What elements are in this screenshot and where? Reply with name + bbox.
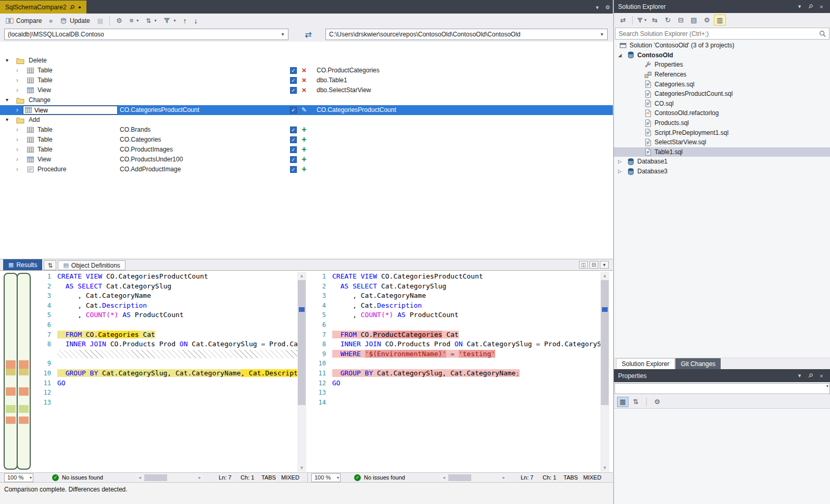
expand-arrow-icon[interactable]: ▷: [618, 169, 624, 174]
include-checkbox[interactable]: ✓: [290, 146, 297, 153]
expand-arrow-icon[interactable]: ›: [16, 146, 18, 153]
tree-item-products-sql[interactable]: Products.sql: [614, 118, 830, 128]
diff-overview-map[interactable]: [4, 273, 31, 470]
tree-item-categories-sql[interactable]: Categories.sql: [614, 79, 830, 89]
tree-item-script-predeployment1-sql[interactable]: Script.PreDeployment1.sql: [614, 128, 830, 137]
target-code[interactable]: 1CREATE VIEW CO.CategoriesProductCount2 …: [308, 272, 600, 472]
split-vertical-icon[interactable]: ◫: [579, 261, 588, 269]
collapse-arrow-icon[interactable]: ▾: [6, 117, 8, 122]
tool-window-tab-git-changes[interactable]: Git Changes: [675, 358, 721, 369]
zoom-combobox[interactable]: 100 %▾: [4, 473, 33, 482]
target-connection-combobox[interactable]: C:\Users\drskwier\source\repos\ContosoOl…: [325, 29, 608, 40]
expand-arrow-icon[interactable]: ›: [16, 166, 18, 173]
scroll-up-icon[interactable]: ▲: [600, 272, 609, 280]
pin-icon[interactable]: ⚲: [804, 370, 816, 382]
chevron-down-icon[interactable]: ▾: [592, 4, 602, 11]
sort-results-button[interactable]: ⇅▾: [142, 15, 160, 27]
tree-item-table1-sql[interactable]: Table1.sql: [614, 147, 830, 157]
sync-with-active-document-icon[interactable]: ⇄: [617, 15, 629, 26]
group-results-button[interactable]: ≡▾: [126, 15, 143, 27]
vertical-scrollbar[interactable]: ▲ ▼: [297, 272, 306, 472]
pin-icon[interactable]: ⚲: [804, 1, 816, 12]
definition-sort-button[interactable]: ⇅: [44, 260, 56, 270]
search-box[interactable]: [615, 28, 829, 40]
gear-icon[interactable]: ⚙: [602, 4, 613, 11]
preview-selected-items-icon[interactable]: ▥: [714, 15, 726, 26]
grid-row-view-co-productsunder100[interactable]: ›ViewCO.ProductsUnder100✓+: [0, 155, 613, 165]
tree-item-references[interactable]: References: [614, 70, 830, 80]
tree-item-selectstarview-sql[interactable]: SelectStarView.sql: [614, 137, 830, 147]
refresh-icon[interactable]: ↻: [662, 15, 674, 26]
properties-icon[interactable]: ⚙: [701, 15, 713, 26]
collapse-arrow-icon[interactable]: ◢: [618, 53, 624, 58]
chevron-down-icon[interactable]: ▾: [795, 372, 804, 379]
scroll-right-icon[interactable]: ▸: [196, 474, 203, 482]
scroll-left-icon[interactable]: ◂: [441, 474, 447, 482]
expand-arrow-icon[interactable]: ›: [16, 136, 18, 143]
include-checkbox[interactable]: ✓: [290, 156, 297, 163]
generate-script-button[interactable]: ▤: [94, 15, 107, 27]
focused-type-cell[interactable]: View: [23, 106, 118, 115]
stop-button[interactable]: ■: [45, 15, 56, 27]
include-checkbox[interactable]: ✓: [290, 166, 297, 173]
properties-object-combobox[interactable]: ▾: [614, 383, 830, 394]
include-checkbox[interactable]: ✓: [290, 107, 297, 114]
tree-item-properties[interactable]: Properties: [614, 60, 830, 70]
tree-item-database1[interactable]: ▷Database1: [614, 157, 830, 167]
pending-filter-icon[interactable]: ▾: [636, 15, 648, 26]
update-button[interactable]: Update: [56, 15, 94, 27]
include-checkbox[interactable]: ✓: [290, 67, 297, 74]
chevron-down-icon[interactable]: ▾: [598, 29, 606, 40]
source-code-pane[interactable]: 1CREATE VIEW CO.CategoriesProductCount2 …: [33, 272, 306, 472]
expand-arrow-icon[interactable]: ›: [16, 67, 18, 74]
include-checkbox[interactable]: ✓: [290, 87, 297, 94]
grid-group-row[interactable]: ▾Delete: [0, 56, 613, 66]
compare-button[interactable]: Compare: [2, 15, 45, 27]
chevron-down-icon[interactable]: ▾: [795, 3, 804, 10]
split-horizontal-icon[interactable]: ⊟: [589, 261, 598, 269]
show-all-files-icon[interactable]: ▤: [688, 15, 700, 26]
tree-item-database3[interactable]: ▷Database3: [614, 167, 830, 177]
grid-row-procedure-co-addproductimage[interactable]: ›ProcedureCO.AddProductImage✓+: [0, 165, 613, 174]
scroll-right-icon[interactable]: ▸: [500, 474, 507, 482]
grid-group-row[interactable]: ▾Add: [0, 115, 613, 125]
expand-arrow-icon[interactable]: ›: [16, 106, 18, 114]
switch-source-target-button[interactable]: ⇄: [295, 29, 322, 40]
source-connection-combobox[interactable]: (localdb)\MSSQLLocalDB.Contoso ▾: [4, 29, 288, 40]
next-difference-button[interactable]: ↓: [190, 15, 201, 27]
include-checkbox[interactable]: ✓: [290, 77, 297, 84]
switch-views-icon[interactable]: ⇆: [649, 15, 661, 26]
solution-explorer-title-bar[interactable]: Solution Explorer ▾ ⚲ ×: [614, 0, 830, 13]
tree-item-contosoold-refactorlog[interactable]: ContosoOld.refactorlog: [614, 108, 830, 118]
include-checkbox[interactable]: ✓: [290, 136, 297, 143]
expand-arrow-icon[interactable]: ›: [16, 77, 18, 84]
collapse-arrow-icon[interactable]: ▾: [6, 57, 8, 63]
options-button[interactable]: ⚙: [112, 15, 126, 27]
expand-arrow-icon[interactable]: ›: [16, 86, 18, 94]
collapse-all-icon[interactable]: ⊟: [675, 15, 687, 26]
chevron-down-icon[interactable]: ▾: [279, 29, 287, 40]
search-input[interactable]: [615, 28, 814, 39]
grid-row-view-dbo-selectstarview[interactable]: ›View✓×dbo.SelectStarView: [0, 85, 613, 95]
close-icon[interactable]: ×: [816, 373, 826, 379]
collapse-pane-icon[interactable]: ▾: [600, 261, 609, 269]
horizontal-scrollbar[interactable]: ◂▸: [136, 474, 203, 482]
expand-arrow-icon[interactable]: ›: [16, 126, 18, 133]
tree-item-categoriesproductcount-sql[interactable]: CategoriesProductCount.sql: [614, 89, 830, 99]
tab-results[interactable]: ▦ Results: [3, 259, 42, 270]
grid-row-table-co-productcategories[interactable]: ›Table✓×CO.ProductCategories: [0, 66, 613, 75]
scrollbar-thumb[interactable]: [448, 474, 471, 481]
tab-object-definitions[interactable]: ▤ Object Definitions: [58, 260, 125, 270]
categorized-icon[interactable]: ▦: [617, 397, 628, 407]
expand-arrow-icon[interactable]: ›: [16, 156, 18, 163]
filter-results-button[interactable]: ▾: [160, 15, 179, 27]
grid-group-row[interactable]: ▾Change: [0, 95, 613, 105]
scroll-up-icon[interactable]: ▲: [297, 272, 306, 280]
properties-title-bar[interactable]: Properties ▾ ⚲ ×: [614, 369, 830, 382]
scrollbar-thumb[interactable]: [601, 280, 609, 405]
scrollbar-thumb[interactable]: [144, 474, 167, 481]
pin-icon[interactable]: ⚲: [68, 3, 77, 11]
sort-alphabetical-icon[interactable]: ⇅: [630, 397, 642, 407]
scrollbar-thumb[interactable]: [298, 280, 306, 405]
tree-item-solution-contosoold-3-of-3-projects[interactable]: Solution 'ContosoOld' (3 of 3 projects): [614, 41, 830, 51]
